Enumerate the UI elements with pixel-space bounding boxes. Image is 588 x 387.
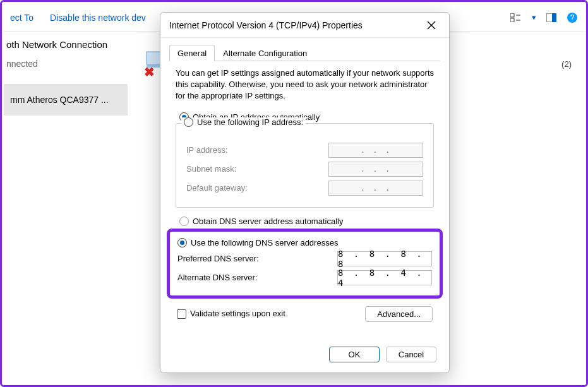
svg-rect-0 — [510, 13, 514, 17]
close-icon — [427, 21, 436, 30]
radio-icon — [177, 238, 187, 247]
tab-bar: General Alternate Configuration — [169, 44, 440, 61]
toolbar-disable-device[interactable]: Disable this network dev — [50, 13, 146, 23]
alternate-dns-input[interactable]: 8 . 8 . 4 . 4 — [337, 270, 432, 285]
validate-label: Validate settings upon exit — [190, 309, 285, 318]
dialog-titlebar: Internet Protocol Version 4 (TCP/IPv4) P… — [160, 13, 449, 38]
dialog-body: You can get IP settings assigned automat… — [160, 61, 449, 347]
adapter-card[interactable]: mm Atheros QCA9377 ... — [4, 84, 128, 116]
close-button[interactable] — [423, 16, 440, 34]
ip-address-label: IP address: — [186, 145, 328, 155]
validate-checkbox[interactable]: Validate settings upon exit — [177, 309, 285, 319]
default-gateway-label: Default gateway: — [186, 183, 328, 193]
subnet-mask-label: Subnet mask: — [186, 164, 328, 174]
radio-ip-manual[interactable]: Use the following IP address: — [181, 117, 306, 127]
advanced-button[interactable]: Advanced... — [365, 306, 433, 322]
checkbox-icon — [177, 309, 186, 319]
error-x-icon: ✖ — [144, 64, 155, 80]
dialog-title: Internet Protocol Version 4 (TCP/IPv4) P… — [169, 20, 363, 30]
svg-rect-1 — [510, 18, 514, 22]
dns-highlight-box: Use the following DNS server addresses P… — [167, 229, 443, 299]
radio-ip-manual-label: Use the following IP address: — [197, 117, 303, 127]
ok-button[interactable]: OK — [329, 347, 380, 362]
svg-rect-5 — [552, 13, 556, 22]
intro-text: You can get IP settings assigned automat… — [176, 68, 434, 102]
tab-general[interactable]: General — [169, 45, 215, 61]
toolbar-connect-to[interactable]: ect To — [10, 13, 33, 23]
radio-icon — [184, 117, 193, 127]
tab-alternate-configuration[interactable]: Alternate Configuration — [215, 45, 315, 61]
ip-fieldblock: Use the following IP address: IP address… — [176, 123, 434, 208]
radio-dns-manual-label: Use the following DNS server addresses — [191, 238, 338, 247]
dropdown-caret-icon[interactable]: ▾ — [532, 13, 536, 22]
ip-address-input: . . . — [328, 143, 423, 158]
alternate-dns-label: Alternate DNS server: — [177, 273, 337, 282]
radio-dns-manual[interactable]: Use the following DNS server addresses — [177, 238, 432, 247]
help-icon[interactable]: ? — [567, 12, 578, 23]
ipv4-properties-dialog: Internet Protocol Version 4 (TCP/IPv4) P… — [160, 12, 450, 373]
preview-pane-icon[interactable] — [546, 13, 556, 22]
preferred-dns-input[interactable]: 8 . 8 . 8 . 8 — [337, 251, 432, 266]
dialog-footer: OK Cancel — [160, 347, 449, 372]
subnet-mask-input: . . . — [328, 162, 423, 177]
default-gateway-input: . . . — [328, 181, 423, 196]
preferred-dns-label: Preferred DNS server: — [177, 254, 337, 263]
cancel-button[interactable]: Cancel — [386, 347, 436, 362]
radio-dns-auto[interactable]: Obtain DNS server address automatically — [179, 217, 434, 226]
svg-text:?: ? — [570, 13, 575, 22]
radio-icon — [179, 217, 189, 226]
view-options-icon[interactable] — [510, 13, 522, 22]
partial-text: (2) — [561, 59, 572, 69]
radio-dns-auto-label: Obtain DNS server address automatically — [193, 217, 343, 226]
